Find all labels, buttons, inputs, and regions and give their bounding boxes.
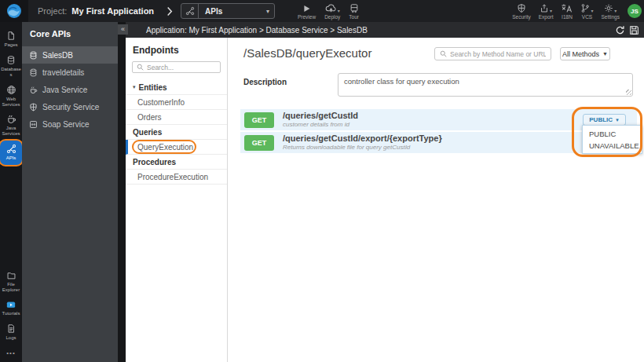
rail-item-web-services[interactable]: Web Services [0, 82, 22, 112]
project-name: My First Application [71, 6, 154, 16]
endpoint-path: /queries/getCustId [283, 111, 358, 121]
topbar-center-actions: Preview ▾ Deploy Tour [298, 0, 359, 22]
caret-down-icon: ▾ [338, 9, 340, 13]
service-item-security-service[interactable]: Security Service [22, 98, 118, 115]
api-icon [6, 144, 16, 154]
api-method-row[interactable]: GET /queries/getCustId customer details … [240, 109, 637, 130]
play-icon [302, 3, 311, 13]
http-method-badge: GET [244, 112, 274, 128]
refresh-icon[interactable] [615, 25, 625, 35]
endpoints-section-queries[interactable]: Queries [126, 125, 227, 140]
endpoints-search-input[interactable] [147, 64, 210, 71]
app-logo[interactable] [0, 0, 28, 22]
collapse-panel-button[interactable]: « [118, 24, 128, 35]
breadcrumb: Application: My First Application > Data… [146, 26, 368, 35]
page-icon [6, 31, 16, 41]
endpoints-title: Endpoints [126, 38, 227, 61]
breadcrumb-bar: Application: My First Application > Data… [126, 22, 644, 38]
panel-title: Core APIs [22, 22, 118, 46]
method-search-input[interactable] [450, 50, 546, 58]
menu-item-public[interactable]: PUBLIC [589, 130, 642, 138]
caret-down-icon: ▼ [602, 51, 608, 57]
folder-icon [6, 271, 16, 280]
description-label: Description [243, 78, 287, 86]
http-method-badge: GET [244, 135, 274, 151]
menu-item-unavailable[interactable]: UNAVAILABLE [589, 141, 642, 150]
service-item-traveldetails[interactable]: traveldetails [22, 64, 118, 81]
user-avatar[interactable]: JS [628, 4, 642, 18]
page-title: /SalesDB/queryExecutor [243, 46, 371, 60]
access-level-menu: PUBLIC UNAVAILABLE [582, 125, 642, 154]
video-play-icon [5, 300, 16, 309]
endpoint-item-customerinfo[interactable]: CustomerInfo [126, 95, 227, 110]
document-lines-icon [6, 324, 16, 334]
endpoints-section-entities[interactable]: ▾ Entities [126, 80, 227, 95]
api-icon [181, 4, 199, 18]
project-title: Project: My First Application [38, 6, 154, 16]
rail-item-databases[interactable]: Databases [0, 52, 22, 82]
description-input[interactable]: controller class for query execution [338, 73, 633, 97]
description-field-wrap: controller class for query execution [338, 73, 633, 97]
api-method-row[interactable]: GET /queries/getCustId/export/{exportTyp… [240, 132, 637, 153]
soap-icon [29, 120, 38, 129]
wavemaker-studio: Project: My First Application APIs ▾ Pre… [0, 0, 644, 362]
rail-item-file-explorer[interactable]: File Explorer [0, 268, 22, 297]
search-icon [440, 50, 447, 57]
service-item-soap-service[interactable]: Soap Service [22, 115, 118, 133]
endpoint-item-procedureexecution[interactable]: ProcedureExecution [126, 170, 227, 185]
caret-down-icon: ▾ [266, 8, 274, 15]
globe-icon [6, 85, 16, 95]
shield-icon [29, 103, 38, 112]
i18n-button[interactable]: I18N [561, 3, 573, 20]
database-icon [29, 51, 38, 60]
rail-item-java-services[interactable]: Java Services [0, 111, 22, 141]
settings-button[interactable]: ▾ Settings [602, 3, 620, 20]
shield-icon [517, 3, 526, 13]
endpoints-section-procedures[interactable]: Procedures [126, 155, 227, 170]
access-level-dropdown[interactable]: PUBLIC ▼ [583, 114, 626, 126]
endpoints-panel: Endpoints ▾ Entities CustomerInfo Orders… [126, 38, 228, 362]
caret-down-icon: ▾ [614, 9, 617, 13]
bus-icon [349, 3, 359, 13]
main-content: /SalesDB/queryExecutor All Methods ▼ Des… [229, 38, 644, 362]
service-item-java-service[interactable]: Java Service [22, 81, 118, 98]
branch-icon [580, 3, 590, 13]
save-icon[interactable] [629, 25, 639, 35]
left-rail: Pages Databases Web Services Java Servic… [0, 22, 22, 362]
rail-item-logs[interactable]: Logs [0, 320, 22, 345]
deploy-button[interactable]: ▾ Deploy [324, 3, 340, 20]
core-apis-panel: Core APIs SalesDB traveldetails Java Ser… [22, 22, 118, 362]
export-button[interactable]: ▾ Export [539, 3, 554, 20]
database-icon [6, 55, 16, 65]
more-options-icon[interactable]: ••• [6, 345, 15, 358]
endpoint-item-queryexecution[interactable]: QueryExecution [126, 140, 227, 155]
cloud-upload-icon [325, 3, 337, 13]
gear-icon [604, 3, 613, 13]
workspace-dropdown[interactable]: APIs ▾ [181, 3, 275, 19]
project-label: Project: [38, 6, 67, 16]
caret-down-icon: ▾ [550, 9, 552, 13]
endpoint-summary: Returns downloadable file for query getC… [283, 144, 442, 152]
workspace-dropdown-label: APIs [199, 7, 222, 16]
tour-button[interactable]: Tour [349, 3, 359, 20]
translate-icon [561, 3, 573, 13]
vcs-button[interactable]: ▾ VCS [580, 3, 593, 20]
wavemaker-logo-icon [6, 3, 22, 19]
methods-filter-dropdown[interactable]: All Methods ▼ [560, 47, 610, 60]
coffee-cup-icon [6, 114, 16, 124]
preview-button[interactable]: Preview [298, 3, 316, 20]
database-icon [29, 68, 38, 77]
chevron-right-icon [166, 6, 173, 16]
method-search[interactable] [434, 47, 551, 60]
coffee-cup-icon [29, 86, 38, 94]
endpoints-search[interactable] [132, 61, 221, 73]
service-item-salesdb[interactable]: SalesDB [22, 46, 118, 64]
endpoint-item-orders[interactable]: Orders [126, 110, 227, 125]
panel-divider-strip [118, 22, 126, 362]
search-icon [137, 64, 144, 71]
caret-down-icon: ▼ [615, 118, 620, 122]
security-button[interactable]: Security [512, 3, 530, 20]
rail-item-apis[interactable]: APIs [0, 141, 22, 165]
rail-item-pages[interactable]: Pages [0, 27, 22, 52]
rail-item-tutorials[interactable]: Tutorials [0, 297, 22, 320]
